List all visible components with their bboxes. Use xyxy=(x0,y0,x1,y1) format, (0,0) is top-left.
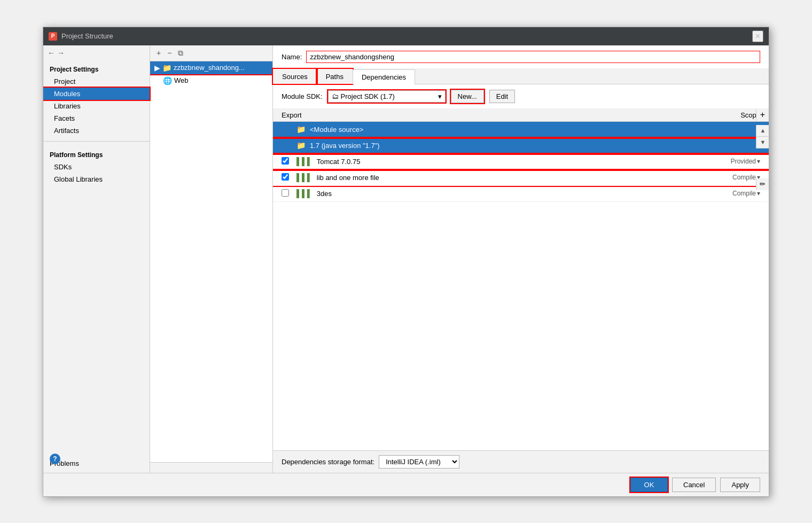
main-panel: Name: Sources Paths Dependencies Module … xyxy=(273,45,769,473)
dep-name-module-source: <Module source> xyxy=(310,126,756,134)
export-header: Export xyxy=(282,111,324,119)
move-down-button[interactable]: ▼ xyxy=(756,137,769,149)
dep-export-checkbox-tomcat[interactable] xyxy=(282,157,292,166)
dep-row-tomcat[interactable]: ▌▌▌ Tomcat 7.0.75 Provided ▾ xyxy=(273,154,769,170)
project-structure-dialog: P Project Structure × ← → Project Settin… xyxy=(43,27,769,497)
web-icon: 🌐 xyxy=(163,76,172,85)
module-tree: ▶ 📁 zzbzbnew_shandong... 🌐 Web xyxy=(150,61,272,462)
dep-name-tomcat: Tomcat 7.0.75 xyxy=(317,158,727,166)
app-icon: P xyxy=(49,32,57,41)
name-label: Name: xyxy=(282,53,302,61)
module-toolbar: + − ⧉ xyxy=(150,45,272,61)
dep-row-module-source[interactable]: 📁 <Module source> xyxy=(273,122,769,138)
right-action-buttons: ▲ ▼ xyxy=(756,125,769,149)
sidebar-item-artifacts[interactable]: Artifacts xyxy=(43,124,150,137)
sidebar-item-modules[interactable]: Modules xyxy=(43,88,150,100)
dep-icon-jdk: 📁 xyxy=(296,141,306,150)
add-module-button[interactable]: + xyxy=(154,48,163,58)
sdk-label: Module SDK: xyxy=(282,92,323,100)
sdk-dropdown-arrow: ▾ xyxy=(438,92,442,100)
module-scrollbar[interactable] xyxy=(150,462,272,473)
sdk-row: Module SDK: 🗂 Project SDK (1.7) ▾ New...… xyxy=(273,84,769,109)
dep-row-3des[interactable]: ▌▌▌ 3des Compile ▾ xyxy=(273,186,769,202)
dep-name-3des: 3des xyxy=(317,190,728,198)
sdk-dropdown[interactable]: 🗂 Project SDK (1.7) ▾ xyxy=(328,90,446,103)
sidebar-divider xyxy=(43,141,150,142)
new-sdk-button[interactable]: New... xyxy=(451,90,484,103)
nav-arrows: ← → xyxy=(43,45,150,60)
tabs-row: Sources Paths Dependencies xyxy=(273,69,769,84)
sidebar-item-facets[interactable]: Facets xyxy=(43,112,150,124)
dep-icon-tomcat: ▌▌▌ xyxy=(296,157,313,166)
sdk-value: Project SDK (1.7) xyxy=(341,92,395,100)
tomcat-checkbox[interactable] xyxy=(282,157,289,165)
sidebar-item-sdks[interactable]: SDKs xyxy=(43,161,150,173)
module-panel: + − ⧉ ▶ 📁 zzbzbnew_shandong... 🌐 Web xyxy=(150,45,273,473)
dep-scope-3des: Compile ▾ xyxy=(732,190,760,197)
web-label: Web xyxy=(174,76,189,84)
ok-button[interactable]: OK xyxy=(630,478,668,492)
tab-dependencies[interactable]: Dependencies xyxy=(353,69,415,84)
dep-name-jdk: 1.7 (java version "1.7") xyxy=(310,142,756,150)
dep-scope-tomcat: Provided ▾ xyxy=(731,158,760,165)
dep-rows-area: 📁 <Module source> 📁 1.7 (java version "1… xyxy=(273,122,769,450)
sidebar-item-project[interactable]: Project xyxy=(43,75,150,88)
add-dep-button[interactable]: + xyxy=(756,109,769,121)
title-bar: P Project Structure × xyxy=(43,27,769,45)
3des-checkbox[interactable] xyxy=(282,189,289,197)
sidebar-item-global-libraries[interactable]: Global Libraries xyxy=(43,173,150,185)
format-label: Dependencies storage format: xyxy=(282,458,374,466)
cancel-button[interactable]: Cancel xyxy=(672,478,716,492)
project-settings-label: Project Settings xyxy=(43,60,150,75)
deps-content: Module SDK: 🗂 Project SDK (1.7) ▾ New...… xyxy=(273,84,769,473)
dep-export-checkbox-lib[interactable] xyxy=(282,173,292,182)
module-label: zzbzbnew_shandong... xyxy=(174,64,245,72)
dialog-body: ← → Project Settings Project Modules Lib… xyxy=(43,45,769,473)
dep-icon-3des: ▌▌▌ xyxy=(296,189,313,198)
dialog-title: Project Structure xyxy=(61,32,748,40)
module-folder-icon: ▶ 📁 xyxy=(154,64,171,72)
dep-export-checkbox-3des[interactable] xyxy=(282,189,292,198)
dep-icon-lib: ▌▌▌ xyxy=(296,173,313,182)
sdk-icon: 🗂 xyxy=(332,92,339,100)
edit-dep-button[interactable]: ✏ xyxy=(756,178,769,190)
tree-item-web[interactable]: 🌐 Web xyxy=(150,74,272,87)
dialog-footer: OK Cancel Apply xyxy=(43,473,769,496)
remove-module-button[interactable]: − xyxy=(165,48,174,58)
move-up-button[interactable]: ▲ xyxy=(756,125,769,137)
format-select[interactable]: IntelliJ IDEA (.iml) Eclipse (.classpath… xyxy=(379,455,459,469)
sidebar: ← → Project Settings Project Modules Lib… xyxy=(43,45,150,473)
tree-item-module[interactable]: ▶ 📁 zzbzbnew_shandong... xyxy=(150,61,272,74)
help-button[interactable]: ? xyxy=(50,454,60,464)
back-button[interactable]: ← xyxy=(48,49,55,57)
deps-header: Export Scope xyxy=(273,109,769,122)
dep-name-lib: lib and one more file xyxy=(317,174,728,182)
bottom-bar: Dependencies storage format: IntelliJ ID… xyxy=(273,450,769,473)
tab-paths[interactable]: Paths xyxy=(317,69,353,84)
copy-module-button[interactable]: ⧉ xyxy=(176,48,185,59)
dep-row-lib[interactable]: ▌▌▌ lib and one more file Compile ▾ xyxy=(273,170,769,186)
lib-checkbox[interactable] xyxy=(282,173,289,181)
name-row: Name: xyxy=(273,45,769,69)
tab-sources[interactable]: Sources xyxy=(273,69,317,84)
dep-row-jdk[interactable]: 📁 1.7 (java version "1.7") xyxy=(273,138,769,154)
name-input[interactable] xyxy=(306,51,760,63)
edit-sdk-button[interactable]: Edit xyxy=(489,90,515,103)
platform-settings-label: Platform Settings xyxy=(43,146,150,161)
forward-button[interactable]: → xyxy=(57,49,65,57)
dep-icon-module-source: 📁 xyxy=(296,125,306,134)
sidebar-item-libraries[interactable]: Libraries xyxy=(43,100,150,112)
close-button[interactable]: × xyxy=(752,30,763,42)
apply-button[interactable]: Apply xyxy=(720,478,760,492)
